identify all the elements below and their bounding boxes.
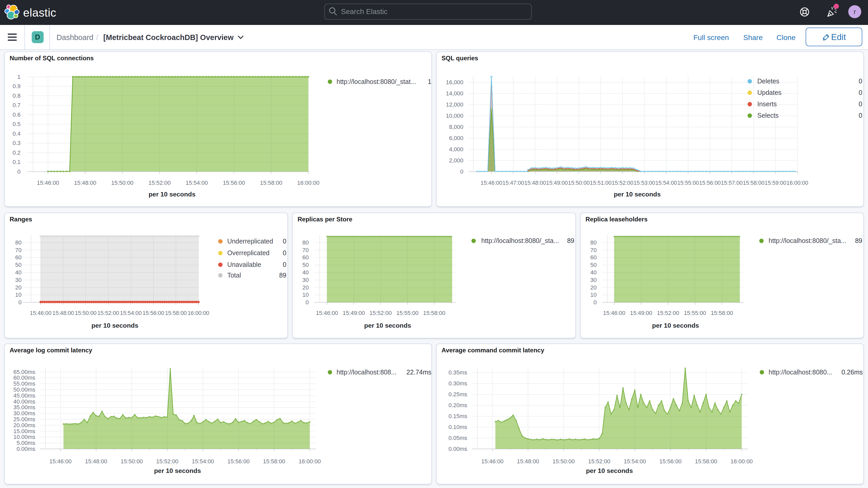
svg-text:per 10 seconds: per 10 seconds [154,467,201,474]
svg-text:16:00:00: 16:00:00 [297,180,320,186]
svg-text:70: 70 [16,247,22,253]
svg-text:35.00ms: 35.00ms [13,404,35,410]
svg-text:15:49:00: 15:49:00 [546,180,568,186]
svg-text:60: 60 [303,254,309,261]
svg-text:15:52:00: 15:52:00 [612,180,633,186]
svg-text:15:50:00: 15:50:00 [121,458,143,465]
svg-text:30: 30 [590,277,597,283]
svg-text:1: 1 [18,73,21,80]
svg-text:16:00:00: 16:00:00 [731,458,753,465]
svg-text:10,000: 10,000 [446,113,463,119]
svg-text:60.00ms: 60.00ms [13,374,35,381]
svg-text:55.00ms: 55.00ms [13,380,35,387]
svg-text:15:47:00: 15:47:00 [502,180,524,186]
svg-text:per 10 seconds: per 10 seconds [91,322,138,329]
svg-text:http://localhost:8080/_sta...: http://localhost:8080/_sta... [769,237,846,244]
svg-text:15:48:00: 15:48:00 [74,180,96,186]
svg-text:15:58:00: 15:58:00 [263,458,285,465]
svg-text:Inserts: Inserts [757,100,777,108]
svg-text:15:46:00: 15:46:00 [481,458,504,465]
svg-text:15:52:00: 15:52:00 [97,310,119,316]
svg-text:45.00ms: 45.00ms [13,392,35,399]
svg-text:15:55:00: 15:55:00 [396,310,418,316]
svg-text:16,000: 16,000 [446,79,463,86]
svg-text:40: 40 [303,269,309,276]
svg-text:0.3: 0.3 [12,140,21,146]
svg-text:0: 0 [859,112,862,119]
svg-text:15:52:00: 15:52:00 [588,458,611,465]
svg-text:http://localhost:8080/_stat...: http://localhost:8080/_stat... [337,78,416,85]
svg-text:15:48:00: 15:48:00 [85,458,107,465]
svg-text:0.10ms: 0.10ms [448,424,467,430]
svg-text:0: 0 [19,299,22,306]
svg-text:15:52:00: 15:52:00 [657,310,679,316]
svg-text:80: 80 [16,239,22,246]
svg-text:20.00ms: 20.00ms [13,422,35,428]
svg-text:15:57:00: 15:57:00 [721,180,742,186]
svg-text:15:56:00: 15:56:00 [223,180,245,186]
svg-text:per 10 seconds: per 10 seconds [614,191,661,198]
svg-text:15:58:00: 15:58:00 [260,180,282,186]
svg-text:15:56:00: 15:56:00 [699,180,721,186]
svg-text:15:46:00: 15:46:00 [316,310,338,316]
svg-text:4,000: 4,000 [449,146,463,153]
svg-text:0: 0 [283,238,286,245]
svg-text:10: 10 [16,292,22,298]
svg-text:0.26ms: 0.26ms [841,368,863,376]
svg-text:15:48:00: 15:48:00 [53,310,74,316]
svg-text:14,000: 14,000 [446,90,463,97]
svg-text:15:46:00: 15:46:00 [30,310,52,316]
svg-text:15:58:00: 15:58:00 [695,458,717,465]
svg-text:0.5: 0.5 [12,121,21,127]
svg-text:15:48:00: 15:48:00 [524,180,546,186]
svg-text:89: 89 [279,272,286,279]
svg-text:16:00:00: 16:00:00 [188,310,209,316]
svg-text:50.00ms: 50.00ms [13,387,35,393]
svg-text:6,000: 6,000 [449,135,463,141]
svg-text:15:51:00: 15:51:00 [590,180,612,186]
svg-text:60: 60 [16,254,22,261]
svg-text:5.00ms: 5.00ms [17,440,35,446]
svg-text:0.1: 0.1 [12,159,21,165]
svg-text:50: 50 [16,262,22,268]
svg-text:0.4: 0.4 [12,130,21,137]
svg-text:per 10 seconds: per 10 seconds [652,322,699,329]
svg-text:15:50:00: 15:50:00 [568,180,590,186]
svg-text:30.00ms: 30.00ms [13,410,35,417]
svg-text:60: 60 [590,254,597,261]
svg-text:0: 0 [859,89,862,96]
svg-text:20: 20 [303,284,309,291]
svg-text:0: 0 [859,78,862,85]
svg-text:0.8: 0.8 [12,92,21,99]
svg-text:0: 0 [859,100,862,108]
svg-text:15:48:00: 15:48:00 [517,458,539,465]
svg-text:15:46:00: 15:46:00 [37,180,59,186]
svg-text:http://localhost:8080...: http://localhost:8080... [769,368,832,376]
svg-text:15:52:00: 15:52:00 [148,180,171,186]
svg-text:25.00ms: 25.00ms [13,416,35,423]
svg-text:50: 50 [590,262,597,268]
svg-text:89: 89 [567,237,574,244]
svg-text:0.6: 0.6 [12,112,21,118]
svg-text:16:00:00: 16:00:00 [299,458,321,465]
svg-text:70: 70 [590,247,597,253]
svg-text:0.25ms: 0.25ms [448,391,467,398]
svg-text:15:54:00: 15:54:00 [655,180,677,186]
svg-text:15:50:00: 15:50:00 [553,458,575,465]
svg-text:8,000: 8,000 [449,124,463,130]
svg-text:15:54:00: 15:54:00 [186,180,208,186]
svg-text:40: 40 [590,269,597,276]
svg-text:20: 20 [16,284,22,291]
svg-text:0: 0 [18,169,21,175]
svg-text:0.9: 0.9 [12,83,21,89]
svg-text:15:52:00: 15:52:00 [156,458,179,465]
svg-text:40: 40 [16,269,22,276]
svg-text:15:49:00: 15:49:00 [630,310,652,316]
svg-text:15.00ms: 15.00ms [13,428,35,434]
svg-text:0.20ms: 0.20ms [448,402,467,408]
svg-text:15:54:00: 15:54:00 [192,458,214,465]
svg-text:15:59:00: 15:59:00 [765,180,786,186]
svg-text:15:56:00: 15:56:00 [143,310,164,316]
svg-text:0.7: 0.7 [12,102,21,109]
svg-text:Underreplicated: Underreplicated [227,238,273,245]
